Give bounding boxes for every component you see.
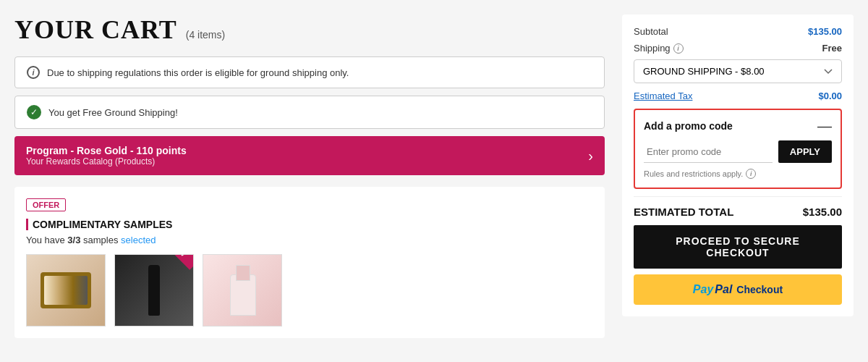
estimated-total-value: $135.00 <box>803 206 842 218</box>
promo-collapse-button[interactable]: — <box>817 119 832 133</box>
subtotal-label: Subtotal <box>634 26 668 37</box>
rewards-banner[interactable]: Program - Rose Gold - 110 points Your Re… <box>14 136 605 175</box>
rewards-banner-text: Program - Rose Gold - 110 points Your Re… <box>26 145 187 167</box>
info-icon: i <box>27 66 40 79</box>
free-shipping-text: You get Free Ground Shipping! <box>48 107 178 118</box>
sample-item-2[interactable]: NEW <box>114 254 194 327</box>
cart-title: YOUR CART <box>14 14 177 45</box>
shipping-label: Shipping i <box>634 43 684 54</box>
promo-apply-button[interactable]: APPLY <box>778 140 832 163</box>
estimated-tax-link[interactable]: Estimated Tax <box>634 90 692 101</box>
right-panel: Subtotal $135.00 Shipping i Free GROUND … <box>622 14 854 348</box>
cart-count: (4 items) <box>186 29 225 41</box>
paypal-logo: Pay Pal <box>693 283 732 296</box>
offer-section: OFFER COMPLIMENTARY SAMPLES You have 3/3… <box>14 187 605 338</box>
sample-items: NEW <box>26 254 593 327</box>
page-container: YOUR CART (4 items) i Due to shipping re… <box>0 0 868 362</box>
estimated-total-row: ESTIMATED TOTAL $135.00 <box>634 206 842 218</box>
promo-title: Add a promo code <box>644 120 733 132</box>
shipping-info-icon[interactable]: i <box>673 43 684 54</box>
checkout-button[interactable]: PROCEED TO SECURE CHECKOUT <box>634 225 842 269</box>
paypal-pal-text: Pal <box>715 283 732 296</box>
estimated-tax-value: $0.00 <box>818 90 842 101</box>
offer-title: COMPLIMENTARY SAMPLES <box>26 219 593 230</box>
shipping-value: Free <box>822 43 842 54</box>
left-panel: YOUR CART (4 items) i Due to shipping re… <box>14 14 605 348</box>
paypal-checkout-text: Checkout <box>736 284 783 295</box>
shipping-select[interactable]: GROUND SHIPPING - $8.00 <box>634 59 842 83</box>
promo-info-icon[interactable]: i <box>746 169 756 179</box>
free-shipping-alert: You get Free Ground Shipping! <box>14 96 605 129</box>
sample-item-1[interactable] <box>26 254 106 327</box>
estimated-tax-row: Estimated Tax $0.00 <box>634 90 842 101</box>
promo-rules: Rules and restrictions apply. i <box>644 169 832 179</box>
shipping-alert-text: Due to shipping regulations this order i… <box>47 67 349 78</box>
bottle-product-icon <box>224 265 260 316</box>
promo-code-input[interactable] <box>644 140 773 163</box>
offer-tag: OFFER <box>26 198 66 211</box>
subtotal-row: Subtotal $135.00 <box>634 26 842 37</box>
rewards-title: Program - Rose Gold - 110 points <box>26 145 187 156</box>
estimated-total-label: ESTIMATED TOTAL <box>634 206 733 218</box>
promo-header: Add a promo code — <box>644 119 832 133</box>
promo-input-row: APPLY <box>644 140 832 163</box>
samples-count: You have 3/3 samples selected <box>26 235 593 245</box>
chevron-right-icon: › <box>588 148 593 164</box>
total-divider <box>634 196 842 197</box>
order-summary: Subtotal $135.00 Shipping i Free GROUND … <box>622 14 854 316</box>
promo-section: Add a promo code — APPLY Rules and restr… <box>634 109 842 189</box>
check-icon <box>27 105 41 119</box>
shipping-row: Shipping i Free <box>634 43 842 54</box>
rewards-subtitle: Your Rewards Catalog (Products) <box>26 156 187 167</box>
palette-product-icon <box>41 272 91 308</box>
shipping-info-alert: i Due to shipping regulations this order… <box>14 56 605 88</box>
paypal-pay-text: Pay <box>693 283 713 296</box>
paypal-checkout-button[interactable]: Pay Pal Checkout <box>634 274 842 305</box>
mascara-product-icon <box>148 265 160 316</box>
subtotal-value: $135.00 <box>808 26 842 37</box>
cart-header: YOUR CART (4 items) <box>14 14 605 45</box>
sample-item-3[interactable] <box>203 254 282 327</box>
